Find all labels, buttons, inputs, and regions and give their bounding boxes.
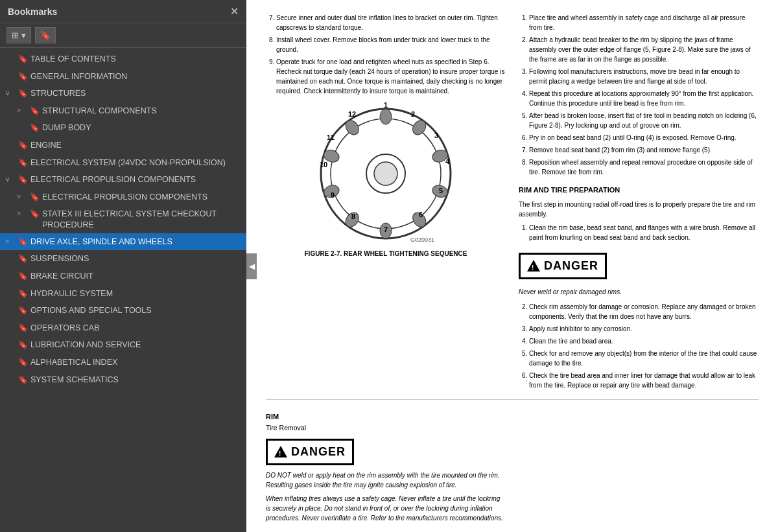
expand-btn-drive-axle[interactable]: > <box>5 237 16 246</box>
sidebar-item-label-operators-cab: OPERATORS CAB <box>30 323 241 333</box>
sidebar-item-label-alphabetical-index: ALPHABETICAL INDEX <box>30 357 241 367</box>
danger-text-1: DO NOT weld or apply heat on the rim ass… <box>266 470 506 490</box>
danger-label-left: DANGER <box>291 443 346 461</box>
sidebar-item-brake-circuit[interactable]: 🔖BRAKE CIRCUIT <box>0 268 246 285</box>
section-divider <box>266 399 759 400</box>
bookmark-icon-system-schematics: 🔖 <box>18 375 28 386</box>
expand-all-button[interactable]: ⊞ ▾ <box>6 27 31 43</box>
expand-btn-structures[interactable]: ∨ <box>5 89 16 97</box>
svg-text:12: 12 <box>348 110 356 118</box>
expand-btn-electrical-propulsion-sub[interactable]: > <box>17 192 27 201</box>
sidebar-item-label-electrical-propulsion-sub: ELECTRICAL PROPULSION COMPONENTS <box>42 192 241 202</box>
bookmark-icon-drive-axle: 🔖 <box>18 237 28 248</box>
danger-label-right: DANGER <box>544 257 598 275</box>
sidebar-item-structures[interactable]: ∨🔖STRUCTURES <box>0 85 246 102</box>
svg-text:7: 7 <box>384 226 388 233</box>
sidebar-item-options-special-tools[interactable]: 🔖OPTIONS AND SPECIAL TOOLS <box>0 302 246 319</box>
sidebar-item-drive-axle[interactable]: >🔖DRIVE AXLE, SPINDLE AND WHEELS <box>0 233 246 251</box>
svg-text:2: 2 <box>411 110 415 118</box>
rim-step-6: Check the tire bead area and inner liner… <box>529 371 759 390</box>
svg-text:8: 8 <box>351 213 355 220</box>
tire-removal-label: Tire Removal <box>266 423 506 434</box>
svg-text:G020031: G020031 <box>410 237 434 243</box>
bookmark-icon-statex-iii: 🔖 <box>30 209 40 220</box>
bookmark-icon-hydraulic-system: 🔖 <box>18 289 28 299</box>
sidebar-item-label-table-of-contents: TABLE OF CONTENTS <box>30 54 241 64</box>
danger-text-2: When inflating tires always use a safety… <box>266 494 506 523</box>
bookmark-icon-electrical-propulsion-components: 🔖 <box>18 175 28 185</box>
rim-step-3: Apply rust inhibitor to any corrosion. <box>529 324 759 334</box>
sidebar: Bookmarks ✕ ⊞ ▾ 🔖 🔖TABLE OF CONTENTS🔖GEN… <box>0 0 246 532</box>
rim-step-1: Clean the rim base, bead seat band, and … <box>529 223 759 242</box>
figure-caption: FIGURE 2-7. REAR WHEEL TIGHTENING SEQUEN… <box>266 249 506 259</box>
bookmark-icon-suspensions: 🔖 <box>18 254 28 264</box>
right-step-3: Following tool manufacturers instruction… <box>529 67 759 86</box>
bookmark-icon-dump-body: 🔖 <box>30 123 40 133</box>
sidebar-item-label-options-special-tools: OPTIONS AND SPECIAL TOOLS <box>30 305 241 316</box>
sidebar-header: Bookmarks ✕ <box>0 0 246 23</box>
bookmark-icon-options-special-tools: 🔖 <box>18 306 28 316</box>
expand-btn-statex-iii[interactable]: > <box>17 209 27 218</box>
sidebar-item-electrical-propulsion-sub[interactable]: >🔖ELECTRICAL PROPULSION COMPONENTS <box>0 189 246 206</box>
sidebar-item-label-brake-circuit: BRAKE CIRCUIT <box>30 271 241 281</box>
sidebar-item-label-hydraulic-system: HYDRAULIC SYSTEM <box>30 288 241 299</box>
bookmark-icon-table-of-contents: 🔖 <box>18 54 28 65</box>
svg-text:10: 10 <box>320 161 327 168</box>
doc-left-col: Secure inner and outer dual tire inflati… <box>266 13 506 393</box>
sidebar-item-hydraulic-system[interactable]: 🔖HYDRAULIC SYSTEM <box>0 285 246 303</box>
expand-btn-electrical-propulsion-components[interactable]: ∨ <box>5 175 16 183</box>
expand-btn-structural-components[interactable]: > <box>17 106 27 115</box>
wheel-diagram-svg: 1 2 3 4 5 6 7 8 9 10 11 12 G020031 <box>314 102 457 245</box>
svg-text:1: 1 <box>384 102 388 109</box>
step-7: Secure inner and outer dual tire inflati… <box>276 13 506 32</box>
sidebar-item-lubrication-service[interactable]: 🔖LUBRICATION AND SERVICE <box>0 336 246 354</box>
sidebar-close-button[interactable]: ✕ <box>230 5 239 17</box>
step-9: Operate truck for one load and retighten… <box>276 57 506 96</box>
sidebar-title: Bookmarks <box>8 6 57 17</box>
right-step-5: After bead is broken loose, insert flat … <box>529 111 759 130</box>
sidebar-item-operators-cab[interactable]: 🔖OPERATORS CAB <box>0 319 246 337</box>
right-step-8: Reposition wheel assembly and repeat rem… <box>529 157 759 177</box>
bookmark-icon-structural-components: 🔖 <box>30 106 40 117</box>
bookmark-icon-lubrication-service: 🔖 <box>18 340 28 351</box>
sidebar-item-suspensions[interactable]: 🔖SUSPENSIONS <box>0 250 246 268</box>
svg-text:3: 3 <box>434 132 438 139</box>
danger-triangle-right: ! <box>527 260 540 272</box>
sidebar-item-label-statex-iii: STATEX III ELECTRICAL SYSTEM CHECKOUT PR… <box>42 209 241 230</box>
doc-bottom-left: RIM Tire Removal ! DANGER DO NOT weld or… <box>266 406 506 527</box>
sidebar-item-system-schematics[interactable]: 🔖SYSTEM SCHEMATICS <box>0 371 246 389</box>
doc-bottom-section: RIM Tire Removal ! DANGER DO NOT weld or… <box>266 406 759 527</box>
sidebar-item-label-drive-axle: DRIVE AXLE, SPINDLE AND WHEELS <box>30 237 241 247</box>
sidebar-item-label-general-information: GENERAL INFORMATION <box>30 71 241 82</box>
sidebar-item-alphabetical-index[interactable]: 🔖ALPHABETICAL INDEX <box>0 354 246 371</box>
rim-step-2: Check rim assembly for damage or corrosi… <box>529 302 759 321</box>
rim-step-4: Clean the tire and bead area. <box>529 336 759 346</box>
bookmark-icon-brake-circuit: 🔖 <box>18 272 28 282</box>
sidebar-item-structural-components[interactable]: >🔖STRUCTURAL COMPONENTS <box>0 102 246 120</box>
bookmark-icon-operators-cab: 🔖 <box>18 323 28 334</box>
bookmark-button[interactable]: 🔖 <box>35 27 56 43</box>
doc-right-col: Place tire and wheel assembly in safety … <box>519 13 759 393</box>
right-step-6: Pry in on bead seat band (2) until O-rin… <box>529 133 759 143</box>
svg-point-13 <box>343 118 362 137</box>
svg-text:11: 11 <box>327 133 335 141</box>
danger-triangle-left: ! <box>274 446 287 457</box>
sidebar-item-label-system-schematics: SYSTEM SCHEMATICS <box>30 375 241 385</box>
rim-section-heading: RIM <box>266 411 506 422</box>
bookmark-icon-electrical-system: 🔖 <box>18 158 28 168</box>
sidebar-item-table-of-contents[interactable]: 🔖TABLE OF CONTENTS <box>0 51 246 68</box>
bookmark-icon-general-information: 🔖 <box>18 72 28 82</box>
sidebar-item-engine[interactable]: 🔖ENGINE <box>0 137 246 154</box>
sidebar-item-electrical-propulsion-components[interactable]: ∨🔖ELECTRICAL PROPULSION COMPONENTS <box>0 171 246 189</box>
sidebar-item-dump-body[interactable]: 🔖DUMP BODY <box>0 119 246 137</box>
sidebar-item-label-structural-components: STRUCTURAL COMPONENTS <box>42 106 241 116</box>
danger-box-left: ! DANGER <box>266 439 506 465</box>
sidebar-item-electrical-system[interactable]: 🔖ELECTRICAL SYSTEM (24VDC NON-PROPULSION… <box>0 154 246 172</box>
sidebar-item-label-suspensions: SUSPENSIONS <box>30 253 241 264</box>
sidebar-item-label-structures: STRUCTURES <box>30 88 241 98</box>
sidebar-item-general-information[interactable]: 🔖GENERAL INFORMATION <box>0 68 246 86</box>
sidebar-item-statex-iii[interactable]: >🔖STATEX III ELECTRICAL SYSTEM CHECKOUT … <box>0 205 246 233</box>
collapse-sidebar-button[interactable]: ◀ <box>246 253 257 279</box>
right-step-2: Attach a hydraulic bead breaker to the r… <box>529 35 759 64</box>
sidebar-item-label-lubrication-service: LUBRICATION AND SERVICE <box>30 340 241 350</box>
